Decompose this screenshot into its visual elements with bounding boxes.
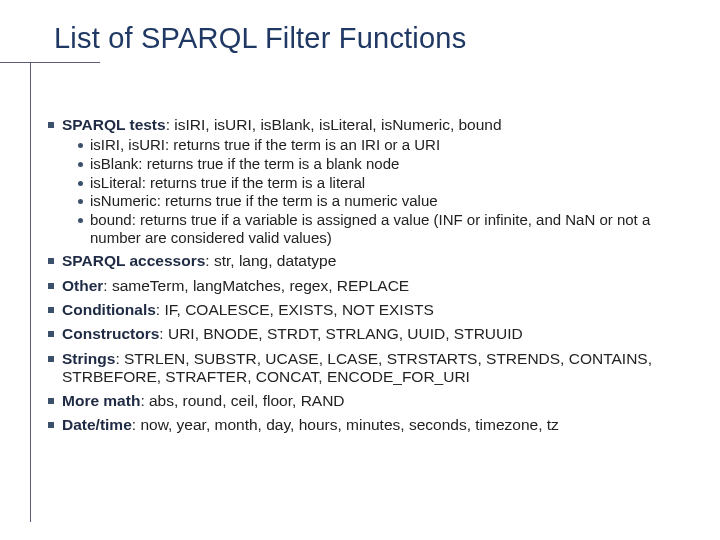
list-item-text: : URI, BNODE, STRDT, STRLANG, UUID, STRU…	[159, 325, 522, 342]
decor-vertical-line	[30, 62, 31, 522]
list-item-label: SPARQL tests	[62, 116, 166, 133]
sub-list-item: isNumeric: returns true if the term is a…	[78, 192, 680, 210]
list-item-label: SPARQL accessors	[62, 252, 205, 269]
list-item: SPARQL tests: isIRI, isURI, isBlank, isL…	[48, 116, 680, 246]
list-item: Strings: STRLEN, SUBSTR, UCASE, LCASE, S…	[48, 350, 680, 387]
list-item-label: Strings	[62, 350, 115, 367]
list-item-text: : STRLEN, SUBSTR, UCASE, LCASE, STRSTART…	[62, 350, 652, 385]
list-item-label: Conditionals	[62, 301, 156, 318]
list-item-text: : sameTerm, langMatches, regex, REPLACE	[103, 277, 409, 294]
slide-body: SPARQL tests: isIRI, isURI, isBlank, isL…	[48, 116, 680, 441]
list-item-text: : abs, round, ceil, floor, RAND	[140, 392, 344, 409]
sub-list-item: bound: returns true if a variable is ass…	[78, 211, 680, 246]
sub-list-item: isLiteral: returns true if the term is a…	[78, 174, 680, 192]
decor-horizontal-line	[0, 62, 100, 63]
list-item: Constructors: URI, BNODE, STRDT, STRLANG…	[48, 325, 680, 343]
sub-list-item: isBlank: returns true if the term is a b…	[78, 155, 680, 173]
list-item-label: More math	[62, 392, 140, 409]
list-item-text: : IF, COALESCE, EXISTS, NOT EXISTS	[156, 301, 434, 318]
sub-list: isIRI, isURI: returns true if the term i…	[78, 136, 680, 246]
list-item-text: : isIRI, isURI, isBlank, isLiteral, isNu…	[166, 116, 502, 133]
sub-list-item: isIRI, isURI: returns true if the term i…	[78, 136, 680, 154]
list-item-text: : now, year, month, day, hours, minutes,…	[132, 416, 559, 433]
list-item-text: : str, lang, datatype	[205, 252, 336, 269]
list-item-label: Constructors	[62, 325, 159, 342]
list-item: SPARQL accessors: str, lang, datatype	[48, 252, 680, 270]
list-item-label: Other	[62, 277, 103, 294]
bullet-list: SPARQL tests: isIRI, isURI, isBlank, isL…	[48, 116, 680, 435]
slide-title: List of SPARQL Filter Functions	[54, 22, 466, 55]
list-item: Other: sameTerm, langMatches, regex, REP…	[48, 277, 680, 295]
list-item-label: Date/time	[62, 416, 132, 433]
list-item: More math: abs, round, ceil, floor, RAND	[48, 392, 680, 410]
list-item: Conditionals: IF, COALESCE, EXISTS, NOT …	[48, 301, 680, 319]
list-item: Date/time: now, year, month, day, hours,…	[48, 416, 680, 434]
